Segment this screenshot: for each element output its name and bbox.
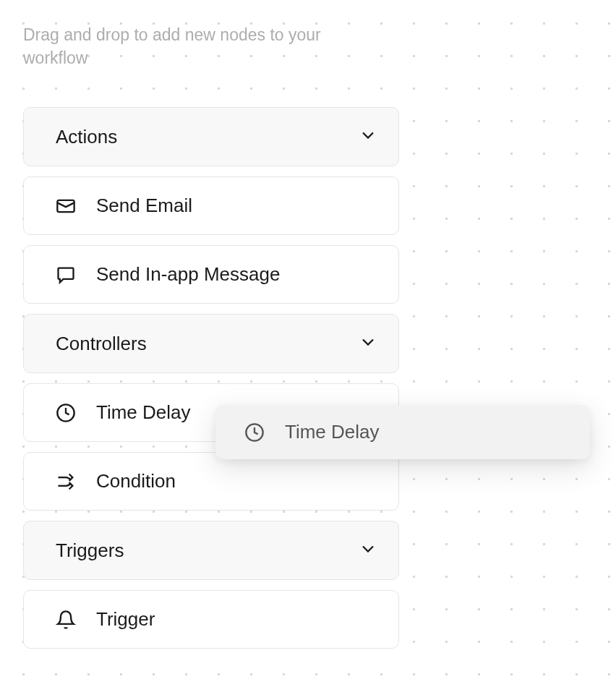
group-label-controllers: Controllers <box>56 333 147 355</box>
chevron-down-icon <box>358 125 378 148</box>
bell-icon <box>56 610 76 630</box>
node-trigger[interactable]: Trigger <box>23 590 399 649</box>
clock-icon <box>56 403 76 423</box>
node-condition[interactable]: Condition <box>23 452 399 511</box>
group-header-controllers[interactable]: Controllers <box>23 314 399 373</box>
node-send-email[interactable]: Send Email <box>23 176 399 235</box>
node-label: Trigger <box>96 608 155 631</box>
message-icon <box>56 265 76 285</box>
group-label-actions: Actions <box>56 126 117 148</box>
node-label: Condition <box>96 470 176 492</box>
group-header-actions[interactable]: Actions <box>23 107 399 166</box>
palette-hint-text: Drag and drop to add new nodes to your w… <box>23 23 341 69</box>
node-send-in-app-message[interactable]: Send In-app Message <box>23 245 399 304</box>
group-label-triggers: Triggers <box>56 539 124 562</box>
node-label: Time Delay <box>96 401 191 424</box>
group-header-triggers[interactable]: Triggers <box>23 521 399 580</box>
clock-icon <box>244 422 265 443</box>
node-label: Send In-app Message <box>96 263 280 286</box>
node-label: Send Email <box>96 195 192 217</box>
chevron-down-icon <box>358 332 378 355</box>
chevron-down-icon <box>358 539 378 562</box>
node-palette-sidebar: Drag and drop to add new nodes to your w… <box>0 0 422 672</box>
dragging-node-ghost[interactable]: Time Delay <box>215 405 590 459</box>
mail-icon <box>56 196 76 216</box>
branch-icon <box>56 471 76 492</box>
node-label: Time Delay <box>285 421 380 443</box>
